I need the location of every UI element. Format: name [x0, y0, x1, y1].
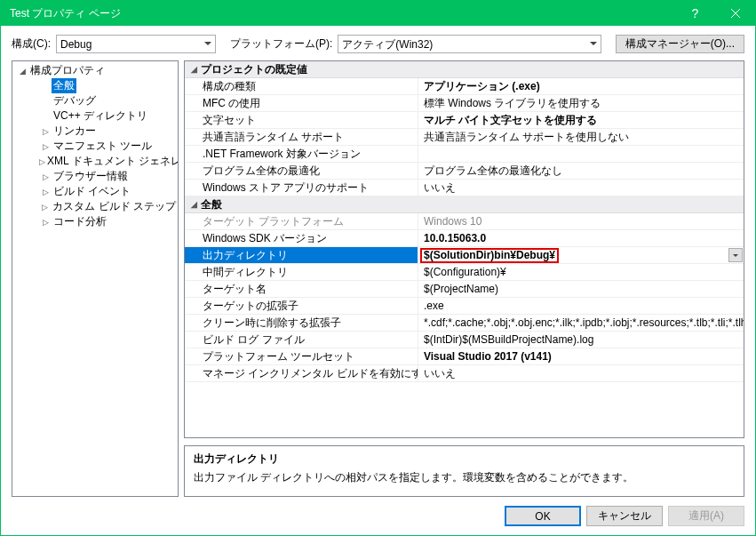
tree-item[interactable]: デバッグ — [12, 93, 178, 108]
ok-button[interactable]: OK — [505, 506, 581, 526]
description-body: 出力ファイル ディレクトリへの相対パスを指定します。環境変数を含めることができま… — [194, 470, 735, 485]
property-row[interactable]: ターゲット名$(ProjectName) — [185, 281, 744, 298]
collapse-icon: ◢ — [187, 200, 201, 209]
tree-item-label: ブラウザー情報 — [52, 169, 130, 184]
tree-root-item[interactable]: ◢構成プロパティ — [12, 63, 178, 78]
config-label: 構成(C): — [12, 36, 51, 52]
property-value[interactable]: *.cdf;*.cache;*.obj;*.obj.enc;*.ilk;*.ip… — [418, 315, 744, 331]
property-value[interactable]: $(Configuration)¥ — [418, 264, 744, 280]
property-value[interactable]: プログラム全体の最適化なし — [418, 163, 744, 179]
property-row[interactable]: ビルド ログ ファイル$(IntDir)$(MSBuildProjectName… — [185, 332, 744, 348]
property-row[interactable]: 構成の種類アプリケーション (.exe) — [185, 78, 744, 95]
property-label: Windows ストア アプリのサポート — [185, 180, 418, 196]
property-row[interactable]: 出力ディレクトリ$(SolutionDir)bin¥Debug¥ — [185, 247, 744, 264]
tree-item[interactable]: ▷コード分析 — [12, 214, 178, 229]
tree-item[interactable]: ▷マニフェスト ツール — [12, 139, 178, 154]
property-value[interactable]: アプリケーション (.exe) — [418, 78, 744, 94]
property-value[interactable]: Visual Studio 2017 (v141) — [418, 348, 744, 364]
property-value[interactable]: .exe — [418, 298, 744, 314]
tree-item-label: マニフェスト ツール — [52, 139, 154, 154]
platform-combo[interactable]: アクティブ(Win32) — [338, 35, 601, 53]
collapse-icon: ◢ — [16, 67, 28, 76]
apply-button[interactable]: 適用(A) — [668, 506, 744, 526]
property-row[interactable]: Windows ストア アプリのサポートいいえ — [185, 180, 744, 196]
property-row[interactable]: プログラム全体の最適化プログラム全体の最適化なし — [185, 163, 744, 180]
property-value[interactable] — [418, 146, 744, 162]
config-combo[interactable]: Debug — [56, 35, 216, 53]
tree-item[interactable]: ▷カスタム ビルド ステップ — [12, 199, 178, 214]
property-label: ターゲット名 — [185, 281, 418, 297]
tree-item[interactable]: 全般 — [12, 78, 178, 93]
tree-item-label: XML ドキュメント ジェネレーター — [45, 154, 178, 169]
property-value[interactable]: $(SolutionDir)bin¥Debug¥ — [418, 247, 744, 263]
property-value[interactable]: 10.0.15063.0 — [418, 230, 744, 246]
platform-label: プラットフォーム(P): — [230, 36, 332, 52]
property-label: 文字セット — [185, 112, 418, 128]
content-area: ◢構成プロパティ全般デバッグVC++ ディレクトリ▷リンカー▷マニフェスト ツー… — [1, 60, 755, 497]
group-header[interactable]: ◢全般 — [185, 196, 744, 213]
property-label: 出力ディレクトリ — [185, 247, 418, 263]
property-row[interactable]: ターゲット プラットフォームWindows 10 — [185, 213, 744, 230]
description-title: 出力ディレクトリ — [194, 452, 735, 467]
property-label: ターゲット プラットフォーム — [185, 213, 418, 229]
config-manager-button[interactable]: 構成マネージャー(O)... — [616, 35, 744, 53]
close-button[interactable] — [715, 1, 755, 26]
group-title: 全般 — [201, 197, 222, 212]
property-label: Windows SDK バージョン — [185, 230, 418, 246]
property-row[interactable]: マネージ インクリメンタル ビルドを有効にするいいえ — [185, 365, 744, 382]
edit-highlight: $(SolutionDir)bin¥Debug¥ — [420, 248, 559, 263]
property-label: MFC の使用 — [185, 95, 418, 111]
tree-item[interactable]: ▷ブラウザー情報 — [12, 169, 178, 184]
property-row[interactable]: .NET Framework 対象バージョン — [185, 146, 744, 163]
property-label: プログラム全体の最適化 — [185, 163, 418, 179]
window-title: Test プロパティ ページ — [1, 6, 675, 21]
tree-item[interactable]: VC++ ディレクトリ — [12, 108, 178, 124]
category-tree[interactable]: ◢構成プロパティ全般デバッグVC++ ディレクトリ▷リンカー▷マニフェスト ツー… — [12, 60, 179, 497]
property-value[interactable]: Windows 10 — [418, 213, 744, 229]
property-label: 構成の種類 — [185, 78, 418, 94]
dropdown-button[interactable] — [728, 248, 743, 262]
tree-item-label: コード分析 — [52, 214, 108, 229]
tree-item[interactable]: ▷XML ドキュメント ジェネレーター — [12, 154, 178, 169]
tree-item[interactable]: ▷ビルド イベント — [12, 184, 178, 199]
property-label: ターゲットの拡張子 — [185, 298, 418, 314]
property-row[interactable]: 文字セットマルチ バイト文字セットを使用する — [185, 112, 744, 129]
expand-icon: ▷ — [39, 127, 52, 136]
tree-item-label: ビルド イベント — [52, 184, 132, 199]
property-value[interactable]: いいえ — [418, 180, 744, 196]
expand-icon: ▷ — [39, 172, 52, 181]
property-page-dialog: Test プロパティ ページ ? 構成(C): Debug プラットフォーム(P… — [0, 0, 756, 536]
property-label: 中間ディレクトリ — [185, 264, 418, 280]
group-title: プロジェクトの既定値 — [201, 62, 307, 77]
property-value[interactable]: 標準 Windows ライブラリを使用する — [418, 95, 744, 111]
group-header[interactable]: ◢プロジェクトの既定値 — [185, 61, 744, 78]
property-row[interactable]: プラットフォーム ツールセットVisual Studio 2017 (v141) — [185, 348, 744, 365]
expand-icon: ▷ — [39, 218, 52, 227]
titlebar: Test プロパティ ページ ? — [1, 1, 755, 26]
tree-item-label: VC++ ディレクトリ — [52, 108, 149, 124]
property-row[interactable]: 中間ディレクトリ$(Configuration)¥ — [185, 264, 744, 281]
help-button[interactable]: ? — [675, 1, 715, 26]
property-value[interactable]: マルチ バイト文字セットを使用する — [418, 112, 744, 128]
property-row[interactable]: 共通言語ランタイム サポート共通言語ランタイム サポートを使用しない — [185, 129, 744, 146]
property-value[interactable]: $(IntDir)$(MSBuildProjectName).log — [418, 332, 744, 348]
property-label: プラットフォーム ツールセット — [185, 348, 418, 364]
dialog-buttons: OK キャンセル 適用(A) — [1, 497, 755, 535]
expand-icon: ▷ — [39, 188, 52, 196]
property-label: .NET Framework 対象バージョン — [185, 146, 418, 162]
toolbar: 構成(C): Debug プラットフォーム(P): アクティブ(Win32) 構… — [1, 26, 755, 60]
right-pane: ◢プロジェクトの既定値構成の種類アプリケーション (.exe)MFC の使用標準… — [184, 60, 744, 497]
property-row[interactable]: クリーン時に削除する拡張子*.cdf;*.cache;*.obj;*.obj.e… — [185, 315, 744, 332]
close-icon — [731, 9, 740, 18]
collapse-icon: ◢ — [187, 65, 201, 74]
property-row[interactable]: MFC の使用標準 Windows ライブラリを使用する — [185, 95, 744, 112]
property-value[interactable]: いいえ — [418, 365, 744, 381]
property-row[interactable]: Windows SDK バージョン10.0.15063.0 — [185, 230, 744, 247]
property-label: マネージ インクリメンタル ビルドを有効にする — [185, 365, 418, 381]
property-value[interactable]: 共通言語ランタイム サポートを使用しない — [418, 129, 744, 145]
expand-icon: ▷ — [39, 142, 52, 151]
cancel-button[interactable]: キャンセル — [586, 506, 663, 526]
property-row[interactable]: ターゲットの拡張子.exe — [185, 298, 744, 315]
property-value[interactable]: $(ProjectName) — [418, 281, 744, 297]
tree-item[interactable]: ▷リンカー — [12, 124, 178, 139]
